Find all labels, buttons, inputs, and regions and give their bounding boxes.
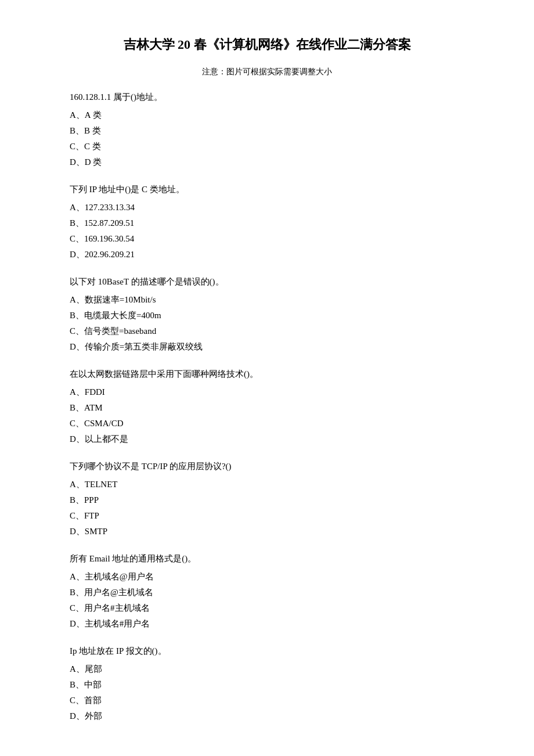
- option-5-1: A、TELNET: [70, 477, 464, 492]
- option-6-3: C、用户名#主机域名: [70, 600, 464, 616]
- option-6-1: A、主机域名@用户名: [70, 569, 464, 585]
- question-text-7: Ip 地址放在 IP 报文的()。: [70, 643, 464, 659]
- option-1-3: C、C 类: [70, 139, 464, 154]
- question-block-6: 所有 Email 地址的通用格式是()。A、主机域名@用户名B、用户名@主机域名…: [70, 551, 464, 632]
- questions-container: 160.128.1.1 属于()地址。A、A 类B、B 类C、C 类D、D 类下…: [70, 89, 464, 724]
- option-3-2: B、电缆最大长度=400m: [70, 308, 464, 323]
- option-1-2: B、B 类: [70, 123, 464, 139]
- option-3-3: C、信号类型=baseband: [70, 323, 464, 339]
- option-4-2: B、ATM: [70, 400, 464, 416]
- question-text-6: 所有 Email 地址的通用格式是()。: [70, 551, 464, 567]
- question-block-5: 下列哪个协议不是 TCP/IP 的应用层协议?()A、TELNETB、PPPC、…: [70, 459, 464, 539]
- question-block-3: 以下对 10BaseT 的描述哪个是错误的()。A、数据速率=10Mbit/sB…: [70, 274, 464, 355]
- question-block-2: 下列 IP 地址中()是 C 类地址。A、127.233.13.34B、152.…: [70, 182, 464, 262]
- option-5-2: B、PPP: [70, 492, 464, 508]
- option-2-4: D、202.96.209.21: [70, 247, 464, 262]
- option-3-1: A、数据速率=10Mbit/s: [70, 292, 464, 308]
- option-7-1: A、尾部: [70, 661, 464, 677]
- option-7-3: C、首部: [70, 693, 464, 708]
- option-7-2: B、中部: [70, 677, 464, 693]
- option-7-4: D、外部: [70, 708, 464, 724]
- question-text-5: 下列哪个协议不是 TCP/IP 的应用层协议?(): [70, 459, 464, 474]
- option-4-3: C、CSMA/CD: [70, 416, 464, 431]
- option-4-1: A、FDDI: [70, 384, 464, 400]
- option-2-1: A、127.233.13.34: [70, 200, 464, 215]
- option-1-1: A、A 类: [70, 107, 464, 123]
- question-text-2: 下列 IP 地址中()是 C 类地址。: [70, 182, 464, 197]
- option-3-4: D、传输介质=第五类非屏蔽双绞线: [70, 339, 464, 355]
- option-5-3: C、FTP: [70, 508, 464, 524]
- option-2-3: C、169.196.30.54: [70, 231, 464, 247]
- question-text-4: 在以太网数据链路层中采用下面哪种网络技术()。: [70, 366, 464, 382]
- option-2-2: B、152.87.209.51: [70, 215, 464, 231]
- question-text-3: 以下对 10BaseT 的描述哪个是错误的()。: [70, 274, 464, 290]
- question-block-1: 160.128.1.1 属于()地址。A、A 类B、B 类C、C 类D、D 类: [70, 89, 464, 170]
- page-title: 吉林大学 20 春《计算机网络》在线作业二满分答案: [70, 35, 464, 54]
- question-text-1: 160.128.1.1 属于()地址。: [70, 89, 464, 105]
- question-block-4: 在以太网数据链路层中采用下面哪种网络技术()。A、FDDIB、ATMC、CSMA…: [70, 366, 464, 447]
- option-1-4: D、D 类: [70, 154, 464, 170]
- option-5-4: D、SMTP: [70, 524, 464, 539]
- question-block-7: Ip 地址放在 IP 报文的()。A、尾部B、中部C、首部D、外部: [70, 643, 464, 724]
- option-6-4: D、主机域名#用户名: [70, 616, 464, 632]
- notice-text: 注意：图片可根据实际需要调整大小: [70, 64, 464, 79]
- option-4-4: D、以上都不是: [70, 431, 464, 447]
- option-6-2: B、用户名@主机域名: [70, 585, 464, 600]
